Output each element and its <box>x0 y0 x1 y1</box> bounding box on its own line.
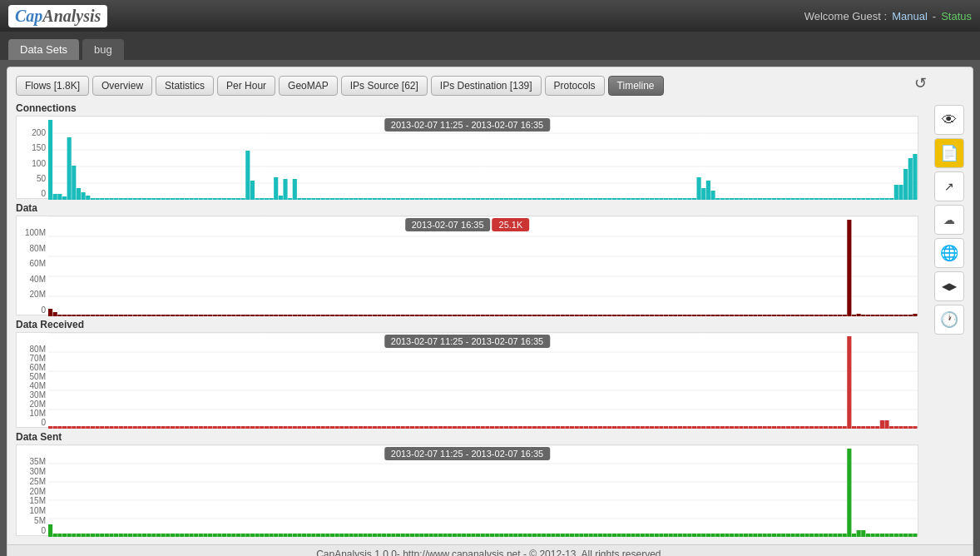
conn-y-100: 100 <box>17 159 46 168</box>
eye-icon[interactable]: 👁 <box>934 105 964 135</box>
data-y-60m: 60M <box>17 259 46 268</box>
ips-destination-button[interactable]: IPs Destination [139] <box>431 76 542 96</box>
clock-icon[interactable]: 🕐 <box>934 305 964 335</box>
timeline-button[interactable]: Timeline <box>608 76 664 96</box>
protocols-button[interactable]: Protocols <box>545 76 605 96</box>
data-sent-title: Data Sent <box>16 431 918 443</box>
sent-y-20m: 20M <box>17 487 46 496</box>
recv-y-50m: 50M <box>17 372 46 381</box>
footer-text: CapAnalysis 1.0.0- http://www.capanalysi… <box>316 549 664 556</box>
conn-y-0: 0 <box>17 189 46 198</box>
charts-area: Connections 2013-02-07 11:25 - 2013-02-0… <box>16 102 918 539</box>
sent-y-25m: 25M <box>17 477 46 486</box>
conn-y-50: 50 <box>17 174 46 183</box>
data-y-40m: 40M <box>17 275 46 284</box>
data-bars <box>48 216 918 316</box>
connections-date-range: 2013-02-07 11:25 - 2013-02-07 16:35 <box>384 118 550 132</box>
recv-y-10m: 10M <box>17 409 46 418</box>
conn-y-150: 150 <box>17 143 46 152</box>
data-date-range: 2013-02-07 16:35 25.1K <box>405 218 530 231</box>
overview-button[interactable]: Overview <box>92 76 152 96</box>
recv-y-40m: 40M <box>17 381 46 390</box>
data-sent-section: Data Sent 2013-02-07 11:25 - 2013-02-07 … <box>16 431 918 536</box>
arrows-icon[interactable]: ◀▶ <box>934 271 964 301</box>
sent-y-15m: 15M <box>17 496 46 505</box>
document-icon[interactable]: 📄 <box>934 138 964 168</box>
data-received-chart: 2013-02-07 11:25 - 2013-02-07 16:35 80M … <box>16 332 918 428</box>
recv-y-60m: 60M <box>17 363 46 372</box>
sent-y-30m: 30M <box>17 467 46 476</box>
sent-y-5m: 5M <box>17 516 46 525</box>
recv-y-70m: 70M <box>17 354 46 363</box>
share-icon[interactable]: ↗ <box>934 171 964 201</box>
per-hour-button[interactable]: Per Hour <box>217 76 275 96</box>
connections-section: Connections 2013-02-07 11:25 - 2013-02-0… <box>16 102 918 199</box>
data-sent-chart: 2013-02-07 11:25 - 2013-02-07 16:35 35M … <box>16 444 918 536</box>
header: CapAnalysis Welcome Guest : Manual - Sta… <box>0 0 980 32</box>
reload-icon[interactable]: ↺ <box>914 74 927 92</box>
sent-y-0: 0 <box>17 526 46 535</box>
nav-tab-bug[interactable]: bug <box>82 39 124 60</box>
connections-title: Connections <box>16 102 918 114</box>
data-y-0: 0 <box>17 305 46 315</box>
connections-chart: 2013-02-07 11:25 - 2013-02-07 16:35 200 … <box>16 116 918 199</box>
recv-y-20m: 20M <box>17 400 46 409</box>
data-title: Data <box>16 202 918 214</box>
manual-link[interactable]: Manual <box>892 10 928 22</box>
welcome-text: Welcome Guest : <box>804 10 887 22</box>
header-right: Welcome Guest : Manual - Status <box>804 10 972 22</box>
sent-y-10m: 10M <box>17 506 46 515</box>
recv-y-0: 0 <box>17 418 46 427</box>
cloud-icon[interactable]: ☁ <box>934 205 964 235</box>
data-chart: 2013-02-07 16:35 25.1K 100M 80M 60M 40M … <box>16 216 918 315</box>
logo-cap: Cap <box>15 7 42 26</box>
data-received-title: Data Received <box>16 319 918 330</box>
data-y-20m: 20M <box>17 290 46 299</box>
data-section: Data 2013-02-07 16:35 25.1K 100M 80M 60M… <box>16 202 918 315</box>
ips-source-button[interactable]: IPs Source [62] <box>341 76 428 96</box>
data-y-100m: 100M <box>17 228 46 237</box>
separator: - <box>933 10 936 22</box>
tool-buttons: Flows [1.8K] Overview Statistics Per Hou… <box>16 76 964 96</box>
globe-icon[interactable]: 🌐 <box>934 238 964 268</box>
geomap-button[interactable]: GeoMAP <box>279 76 338 96</box>
main-content: Flows [1.8K] Overview Statistics Per Hou… <box>7 67 973 556</box>
data-received-date-range: 2013-02-07 11:25 - 2013-02-07 16:35 <box>384 335 550 348</box>
conn-y-200: 200 <box>17 128 46 137</box>
flows-button[interactable]: Flows [1.8K] <box>16 76 89 96</box>
recv-y-80m: 80M <box>17 345 46 354</box>
footer: CapAnalysis 1.0.0- http://www.capanalysi… <box>7 544 973 556</box>
data-y-80m: 80M <box>17 244 46 253</box>
logo: CapAnalysis <box>8 5 107 27</box>
data-sent-date-range: 2013-02-07 11:25 - 2013-02-07 16:35 <box>384 447 550 460</box>
sent-y-35m: 35M <box>17 457 46 466</box>
recv-y-30m: 30M <box>17 390 46 400</box>
logo-analysis: Analysis <box>42 7 101 26</box>
status-link[interactable]: Status <box>941 10 972 22</box>
sidebar-icons: 👁 📄 ↗ ☁ 🌐 ◀▶ 🕐 <box>934 105 964 335</box>
nav-tabs: Data Sets bug <box>0 32 980 60</box>
statistics-button[interactable]: Statistics <box>156 76 214 96</box>
nav-tab-datasets[interactable]: Data Sets <box>8 39 79 60</box>
data-received-section: Data Received 2013-02-07 11:25 - 2013-02… <box>16 319 918 428</box>
